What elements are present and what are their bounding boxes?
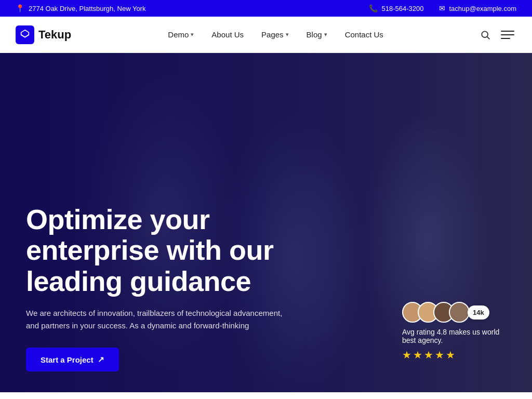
svg-point-5 — [422, 313, 434, 322]
start-project-button[interactable]: Start a Project ↗ — [26, 348, 119, 371]
phone-group[interactable]: 📞 518-564-3200 — [369, 4, 423, 12]
nav-item-contact[interactable]: Contact Us — [338, 26, 391, 43]
cta-arrow-icon: ↗ — [98, 355, 104, 364]
user-count-badge: 14k — [468, 305, 489, 320]
address-group: 📍 2774 Oak Drive, Plattsburgh, New York — [16, 4, 145, 12]
star-4: ★ — [435, 349, 444, 361]
logo[interactable]: Tekup — [16, 25, 71, 44]
email-text: tachup@example.com — [449, 5, 516, 12]
header-actions — [480, 29, 516, 41]
avatars-row: 14k — [402, 302, 506, 323]
demo-chevron-icon: ▾ — [191, 31, 194, 38]
pages-chevron-icon: ▾ — [286, 31, 289, 38]
phone-text: 518-564-3200 — [381, 5, 423, 12]
svg-point-2 — [409, 306, 416, 313]
avatar-4 — [449, 302, 470, 323]
main-nav: Demo ▾ About Us Pages ▾ Blog ▾ Contact U… — [161, 26, 391, 43]
menu-line-3 — [501, 38, 510, 39]
search-button[interactable] — [480, 30, 490, 40]
star-3: ★ — [424, 349, 433, 361]
top-bar: 📍 2774 Oak Drive, Plattsburgh, New York … — [0, 0, 532, 17]
svg-line-1 — [487, 36, 490, 39]
contact-group: 📞 518-564-3200 ✉ tachup@example.com — [369, 4, 516, 12]
svg-point-7 — [438, 313, 449, 322]
menu-line-2 — [501, 34, 514, 35]
blog-chevron-icon: ▾ — [324, 31, 327, 38]
star-1: ★ — [402, 349, 411, 361]
nav-item-pages[interactable]: Pages ▾ — [254, 26, 296, 43]
svg-point-0 — [482, 31, 488, 37]
address-text: 2774 Oak Drive, Plattsburgh, New York — [29, 5, 145, 12]
star-5: ★ — [446, 349, 455, 361]
nav-item-demo[interactable]: Demo ▾ — [161, 26, 201, 43]
svg-point-3 — [407, 313, 418, 322]
location-icon: 📍 — [16, 4, 24, 12]
hamburger-menu-button[interactable] — [499, 29, 516, 41]
nav-item-blog[interactable]: Blog ▾ — [299, 26, 335, 43]
svg-point-8 — [456, 306, 463, 313]
email-icon: ✉ — [439, 4, 445, 12]
nav-item-about[interactable]: About Us — [204, 26, 251, 43]
svg-point-4 — [424, 306, 432, 313]
hero-subtitle: We are architects of innovation, trailbl… — [26, 307, 296, 332]
hero-title: Optimize your enterprise with our leadin… — [26, 204, 338, 297]
svg-point-6 — [440, 306, 447, 313]
hero-section: Optimize your enterprise with our leadin… — [0, 53, 532, 392]
menu-line-1 — [501, 31, 514, 32]
rating-widget: 14k Avg rating 4.8 makes us world best a… — [402, 302, 506, 361]
rating-text: Avg rating 4.8 makes us world best agenc… — [402, 328, 506, 344]
phone-icon: 📞 — [369, 4, 378, 12]
header: Tekup Demo ▾ About Us Pages ▾ Blog ▾ Con… — [0, 17, 532, 53]
star-rating: ★ ★ ★ ★ ★ — [402, 349, 506, 361]
email-group[interactable]: ✉ tachup@example.com — [439, 4, 516, 12]
logo-text: Tekup — [38, 28, 71, 42]
svg-point-9 — [454, 313, 465, 322]
star-2: ★ — [413, 349, 422, 361]
logo-icon — [16, 25, 34, 44]
